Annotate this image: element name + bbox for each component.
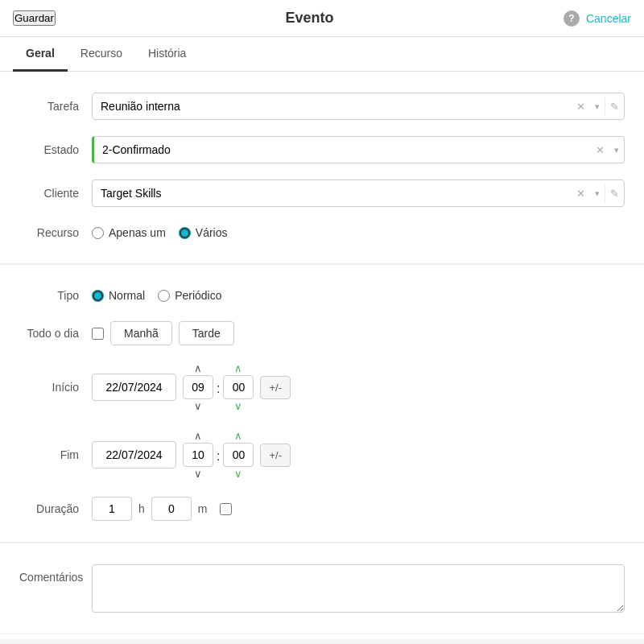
- duracao-control: h m: [92, 497, 625, 521]
- inicio-hour-down-button[interactable]: ∨: [189, 399, 207, 413]
- tipo-radio-group: Normal Periódico: [92, 289, 222, 302]
- inicio-hour-up-button[interactable]: ∧: [189, 361, 207, 375]
- cliente-control: ✕ ▾ ✎: [92, 180, 625, 207]
- top-bar-right: ? Cancelar: [564, 10, 631, 27]
- fim-row: Fim ∧ ∨ : ∧ ∨ +: [19, 421, 625, 489]
- allday-control: Manhã Tarde: [92, 321, 625, 345]
- tipo-normal-label: Normal: [109, 289, 145, 302]
- recurso-varios-radio[interactable]: [179, 227, 191, 239]
- fim-hour-down-button[interactable]: ∨: [189, 467, 207, 481]
- estado-row: Estado ✕ ▾: [19, 128, 625, 171]
- tarefa-row: Tarefa ✕ ▾ ✎: [19, 85, 625, 128]
- cliente-input[interactable]: [93, 180, 572, 206]
- inicio-minute-input[interactable]: [223, 375, 254, 399]
- tab-geral[interactable]: Geral: [13, 37, 68, 72]
- recurso-control: Apenas um Vários: [92, 226, 625, 239]
- duracao-minutes-input[interactable]: [151, 497, 192, 521]
- fim-minute-down-button[interactable]: ∨: [229, 467, 247, 481]
- inicio-minute-up-button[interactable]: ∧: [229, 361, 247, 375]
- tarefa-clear-button[interactable]: ✕: [572, 97, 590, 116]
- allday-checkbox[interactable]: [92, 328, 104, 340]
- inicio-control: ∧ ∨ : ∧ ∨ +/-: [92, 361, 625, 413]
- comentarios-row: Comentários: [19, 556, 625, 621]
- inicio-row: Início ∧ ∨ : ∧ ∨: [19, 353, 625, 421]
- fim-adj-button[interactable]: +/-: [260, 444, 291, 467]
- tarefa-input-wrapper: ✕ ▾ ✎: [92, 93, 625, 120]
- fim-hour-spinner: ∧ ∨: [183, 429, 213, 481]
- inicio-minute-down-button[interactable]: ∨: [229, 399, 247, 413]
- tab-historia[interactable]: História: [135, 37, 199, 72]
- tipo-row: Tipo Normal Periódico: [19, 278, 625, 313]
- estado-input-wrapper: ✕ ▾: [92, 136, 625, 163]
- help-icon[interactable]: ?: [564, 10, 580, 27]
- allday-label: Todo o dia: [19, 327, 92, 340]
- recurso-apenas-um-option[interactable]: Apenas um: [92, 226, 166, 239]
- comentarios-label: Comentários: [19, 564, 92, 584]
- duracao-checkbox[interactable]: [220, 503, 232, 515]
- recurso-row: Recurso Apenas um Vários: [19, 215, 625, 250]
- duracao-h-label: h: [138, 502, 145, 515]
- tarefa-dropdown-button[interactable]: ▾: [590, 98, 605, 115]
- tipo-label: Tipo: [19, 289, 92, 302]
- comentarios-textarea[interactable]: [92, 564, 625, 613]
- cliente-label: Cliente: [19, 187, 92, 200]
- recurso-apenas-um-label: Apenas um: [109, 226, 166, 239]
- fim-label: Fim: [19, 448, 92, 461]
- cliente-clear-button[interactable]: ✕: [572, 184, 590, 203]
- tipo-periodico-option[interactable]: Periódico: [158, 289, 221, 302]
- inicio-hour-input[interactable]: [183, 375, 213, 399]
- tarefa-edit-button[interactable]: ✎: [605, 97, 624, 116]
- cliente-edit-button[interactable]: ✎: [605, 184, 624, 203]
- tipo-normal-radio[interactable]: [92, 290, 104, 302]
- fim-minute-spinner: ∧ ∨: [223, 429, 254, 481]
- tipo-control: Normal Periódico: [92, 289, 625, 302]
- tipo-periodico-radio[interactable]: [158, 290, 170, 302]
- inicio-date-input[interactable]: [92, 374, 176, 401]
- fim-minute-input[interactable]: [223, 443, 254, 467]
- tarefa-label: Tarefa: [19, 100, 92, 113]
- tipo-normal-option[interactable]: Normal: [92, 289, 145, 302]
- fim-date-input[interactable]: [92, 441, 176, 469]
- cliente-dropdown-button[interactable]: ▾: [590, 185, 605, 202]
- estado-clear-button[interactable]: ✕: [591, 141, 609, 159]
- inicio-minute-spinner: ∧ ∨: [223, 361, 254, 413]
- fim-hour-input[interactable]: [183, 443, 213, 467]
- inicio-time-picker: ∧ ∨ : ∧ ∨ +/-: [183, 361, 291, 413]
- cliente-input-wrapper: ✕ ▾ ✎: [92, 180, 625, 207]
- fim-time-picker: ∧ ∨ : ∧ ∨ +/-: [183, 429, 291, 481]
- tabs-bar: Geral Recurso História: [0, 37, 644, 72]
- inicio-hour-spinner: ∧ ∨: [183, 361, 213, 413]
- estado-dropdown-button[interactable]: ▾: [609, 142, 624, 159]
- page-title: Evento: [285, 10, 333, 27]
- section-time: Tipo Normal Periódico Todo o dia: [0, 265, 644, 543]
- recurso-varios-option[interactable]: Vários: [179, 226, 228, 239]
- allday-row: Todo o dia Manhã Tarde: [19, 313, 625, 353]
- duracao-hours-input[interactable]: [92, 497, 132, 521]
- tarefa-input[interactable]: [93, 93, 572, 119]
- fim-hour-up-button[interactable]: ∧: [189, 429, 207, 443]
- estado-input[interactable]: [94, 137, 591, 163]
- duracao-label: Duração: [19, 502, 92, 515]
- inicio-label: Início: [19, 381, 92, 394]
- tab-recurso[interactable]: Recurso: [68, 37, 135, 72]
- fim-minute-up-button[interactable]: ∧: [229, 429, 247, 443]
- cliente-row: Cliente ✕ ▾ ✎: [19, 171, 625, 215]
- inicio-adj-button[interactable]: +/-: [260, 376, 291, 399]
- tarde-button[interactable]: Tarde: [179, 321, 234, 345]
- recurso-apenas-um-radio[interactable]: [92, 227, 104, 239]
- recurso-radio-group: Apenas um Vários: [92, 226, 228, 239]
- manha-button[interactable]: Manhã: [110, 321, 172, 345]
- fim-time-separator: :: [213, 449, 223, 464]
- top-bar: Guardar Evento ? Cancelar: [0, 0, 644, 37]
- recurso-label: Recurso: [19, 226, 92, 239]
- duracao-m-label: m: [198, 502, 208, 515]
- estado-label: Estado: [19, 143, 92, 156]
- allday-buttons: Manhã Tarde: [110, 321, 234, 345]
- save-button[interactable]: Guardar: [13, 10, 56, 26]
- comentarios-control: [92, 564, 625, 613]
- main-content: Tarefa ✕ ▾ ✎ Estado ✕ ▾: [0, 72, 644, 639]
- duracao-row: Duração h m: [19, 489, 625, 529]
- cancel-button[interactable]: Cancelar: [586, 12, 631, 25]
- fim-control: ∧ ∨ : ∧ ∨ +/-: [92, 429, 625, 481]
- recurso-varios-label: Vários: [196, 226, 228, 239]
